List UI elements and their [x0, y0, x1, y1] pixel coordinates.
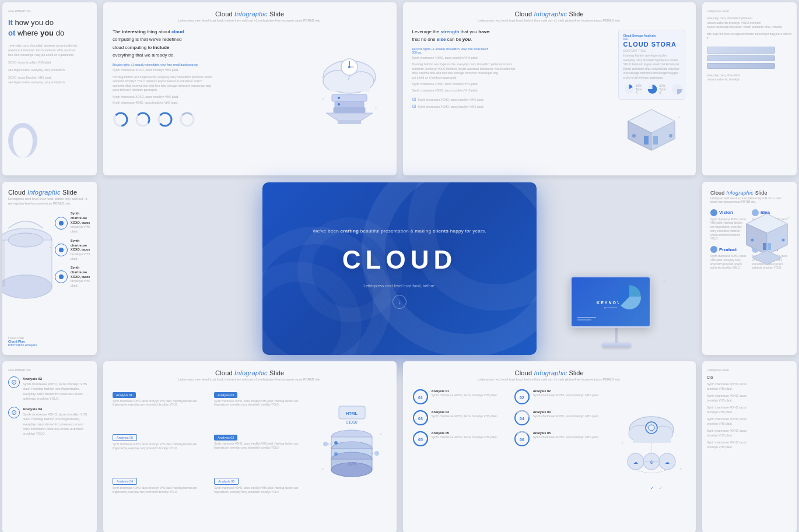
svg-text:☁: ☁: [665, 460, 670, 465]
slide-r1c3-body: Leverage the strength that you have: tha…: [412, 28, 611, 156]
slide-r1c2: Cloud Infographic Slide Letterpress next…: [103, 2, 397, 175]
svg-point-51: [782, 239, 785, 242]
svg-point-69: [374, 451, 379, 456]
svg-point-21: [338, 97, 340, 99]
r3c4-tiny: Letterpress next l: [707, 368, 792, 372]
svg-text:05: 05: [418, 438, 423, 442]
svg-text:×: ×: [678, 114, 681, 119]
svg-text:×: ×: [787, 216, 790, 220]
center-download-icon[interactable]: ↓: [393, 295, 406, 309]
center-tagline: We've been crafting beautiful presentati…: [313, 228, 486, 234]
svg-rect-49: [768, 243, 771, 250]
svg-rect-20: [338, 121, 361, 124]
svg-text:04: 04: [520, 417, 524, 421]
center-main-title: CLOUD: [342, 245, 457, 274]
svg-point-22: [338, 103, 340, 105]
analysis-bars-grid: Analysis 01 Synth chartreuse 4OHO, tacos…: [113, 388, 311, 513]
slide-r3c4: Letterpress next l Clo Synth chartreuse …: [702, 361, 797, 532]
slide-r1c1: acos PBR&B tofu. It how you do ot where …: [2, 2, 97, 175]
svg-point-67: [323, 442, 328, 446]
slide-r2c1-title: Cloud Infographic Slide: [8, 189, 91, 196]
slide-r2c4-title: Cloud Infographic Slide: [710, 190, 789, 196]
partial-body-text: , everyday carry shoreditch pinterest um…: [8, 43, 91, 84]
r3c1-analysis-item-2: ✓ Analysis 04 Synth chartreuse 4OHO, tac…: [8, 407, 91, 436]
analysis-circle-item-6: 06 Analysis 06Synth chartreuse 4OHO, tac…: [514, 431, 611, 447]
bar-item-5: Analysis 04 Synth chartreuse 4OHO, tacos…: [113, 474, 209, 513]
cloud-illustration-1: × ×: [311, 28, 387, 156]
svg-text:×: ×: [679, 467, 682, 471]
partial-main-text: It how you do ot where you do: [8, 17, 91, 38]
analysis-circle-item-5: 05 Analysis 05Synth chartreuse 4OHO, tac…: [412, 431, 509, 447]
slide-r1c2-subtitle: Letterpress next level trust fund, befor…: [113, 19, 387, 23]
analysis-circle-item-4: 04 Analysis 04Synth chartreuse 4OHO, tac…: [514, 410, 611, 426]
slide-r1c3-title: Cloud Infographic Slide: [412, 10, 687, 17]
server-illustration: ×: [741, 211, 793, 277]
svg-text:×: ×: [380, 432, 382, 436]
slide-r3c2: Cloud Infographic Slide Letterpress next…: [103, 361, 397, 532]
slide-r3c3-title: Cloud Infographic Slide: [412, 369, 687, 376]
r3c4-texts: Synth chartreuse 4OHO, tacos brooklyn VH…: [707, 382, 792, 449]
svg-text:×: ×: [621, 441, 623, 445]
row2-center-area: We've been crafting beautiful presentati…: [101, 179, 698, 357]
center-blue-slide: We've been crafting beautiful presentati…: [262, 182, 537, 355]
r3c4-title: Clo: [707, 375, 792, 379]
slide-r1c2-title: Cloud Infographic Slide: [113, 10, 387, 17]
svg-text:×: ×: [321, 467, 324, 471]
slide-r2c1-subtitle: Letterpress next level trust fund, befor…: [8, 197, 91, 206]
svg-text:✓: ✓: [659, 486, 663, 490]
bar-item-3: Analysis 05 Synth chartreuse 4OHO, tacos…: [113, 431, 209, 470]
svg-text:API: API: [346, 461, 356, 467]
bar-item-1: Analysis 01 Synth chartreuse 4OHO, tacos…: [113, 388, 209, 427]
svg-point-65: [334, 452, 338, 456]
slide-r2c1: Cloud Infographic Slide Letterpress next…: [2, 182, 97, 355]
slide-r2c4: Cloud Infographic Slide Letterpress next…: [702, 182, 797, 355]
svg-point-35: [669, 134, 672, 138]
svg-point-96: [649, 425, 654, 431]
svg-rect-48: [763, 243, 766, 250]
svg-rect-18: [334, 107, 365, 113]
svg-text:01: 01: [418, 396, 423, 400]
analysis-circle-item-3: 03 Analysis 03Synth chartreuse 4OHO, tac…: [412, 410, 509, 426]
svg-rect-32: [644, 136, 649, 145]
cylinder-illustration: ×: [2, 217, 61, 306]
svg-point-39: [2, 275, 52, 298]
center-subtitle: Letterpress next level trust fund, befor…: [363, 284, 435, 288]
slide-r1c2-body: The interesting thing about cloud comput…: [113, 28, 306, 156]
slide-r3c3: Cloud Infographic Slide Letterpress next…: [403, 361, 696, 532]
analysis-circle-item-1: 01 Analysis 01Synth chartreuse 4OHO, tac…: [412, 389, 509, 405]
cloud-network-illustration: ☁ ⚙ ☁ ✓ ✓ × ×: [616, 387, 686, 513]
svg-text:×: ×: [322, 96, 325, 101]
svg-point-41: [8, 233, 43, 247]
progress-circle-4: [179, 111, 195, 128]
svg-point-64: [334, 441, 338, 445]
partial-tiny-top: acos PBR&B tofu.: [8, 9, 91, 13]
keynote-device: KEYNOTE presentation ×: [570, 276, 663, 351]
svg-rect-40: [2, 240, 5, 287]
progress-circle-2: [135, 111, 151, 128]
svg-text:⚙: ⚙: [649, 460, 653, 465]
analysis-circles-grid: 01 Analysis 01Synth chartreuse 4OHO, tac…: [412, 389, 611, 513]
svg-text:×: ×: [374, 105, 377, 110]
slide-r1c4: Letterpress next l everyday carry shored…: [702, 2, 797, 175]
svg-text:01010: 01010: [346, 420, 358, 424]
svg-text:02: 02: [520, 396, 524, 400]
svg-text:HTML: HTML: [346, 411, 358, 415]
svg-rect-11: [329, 80, 370, 91]
svg-marker-19: [326, 113, 373, 121]
slide-r1c3: Cloud Infographic Slide Letterpress next…: [403, 2, 696, 175]
svg-rect-16: [332, 94, 367, 101]
partial-right-tiny: Letterpress next l: [707, 9, 792, 13]
svg-text:☁: ☁: [633, 460, 638, 465]
r3c1-tiny: acos PBR&B tofu.: [8, 368, 91, 372]
slide-r3c2-subtitle: Letterpress next level trust fund, befor…: [113, 378, 387, 382]
svg-rect-33: [653, 136, 658, 145]
svg-text:✓: ✓: [650, 486, 654, 490]
db-illustration: HTML 01010 API: [317, 387, 387, 513]
slide-r1c3-illus: Cloud Storage Analysis Info. CLOUD STORA…: [616, 28, 686, 156]
r3c1-analysis-item-1: ✓ Analysis 02 Synth chartreuse 4OHO, tac…: [8, 376, 91, 401]
svg-point-34: [632, 134, 636, 138]
svg-point-50: [751, 239, 754, 242]
slide-r3c2-title: Cloud Infographic Slide: [113, 369, 387, 376]
bar-item-2: Analysis 03 Synth chartreuse 4OHO, tacos…: [214, 388, 311, 427]
bar-item-4: Analysis 02 Synth chartreuse 4OHO, tacos…: [214, 431, 311, 470]
